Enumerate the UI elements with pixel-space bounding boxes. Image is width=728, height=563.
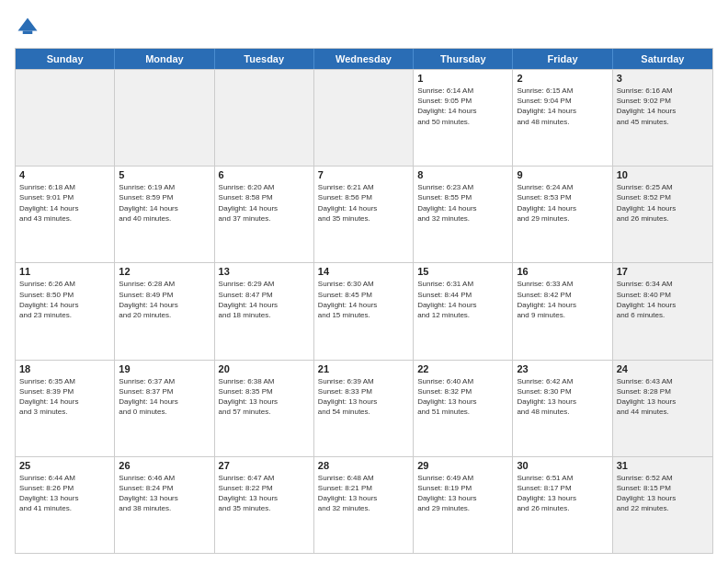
day-number: 13 (219, 266, 310, 277)
calendar-cell-27: 27Sunrise: 6:47 AM Sunset: 8:22 PM Dayli… (215, 457, 314, 553)
day-info: Sunrise: 6:30 AM Sunset: 8:45 PM Dayligh… (318, 279, 409, 320)
calendar-cell-3: 3Sunrise: 6:16 AM Sunset: 9:02 PM Daylig… (613, 70, 712, 166)
day-number: 3 (617, 73, 709, 84)
calendar-cell-2: 2Sunrise: 6:15 AM Sunset: 9:04 PM Daylig… (513, 70, 612, 166)
day-info: Sunrise: 6:25 AM Sunset: 8:52 PM Dayligh… (617, 182, 709, 224)
day-info: Sunrise: 6:42 AM Sunset: 8:30 PM Dayligh… (517, 376, 608, 418)
day-info: Sunrise: 6:19 AM Sunset: 8:59 PM Dayligh… (119, 182, 210, 224)
day-number: 12 (119, 266, 210, 277)
day-number: 9 (517, 169, 608, 180)
day-number: 8 (417, 169, 508, 180)
calendar-header-row: SundayMondayTuesdayWednesdayThursdayFrid… (16, 49, 712, 69)
calendar-cell-31: 31Sunrise: 6:52 AM Sunset: 8:15 PM Dayli… (613, 457, 712, 553)
day-number: 28 (318, 460, 409, 471)
calendar: SundayMondayTuesdayWednesdayThursdayFrid… (15, 48, 713, 554)
day-number: 22 (417, 363, 508, 374)
svg-marker-0 (18, 18, 38, 31)
day-info: Sunrise: 6:43 AM Sunset: 8:28 PM Dayligh… (617, 376, 709, 418)
day-info: Sunrise: 6:49 AM Sunset: 8:19 PM Dayligh… (417, 473, 508, 514)
calendar-body: 1Sunrise: 6:14 AM Sunset: 9:05 PM Daylig… (16, 69, 712, 553)
logo (15, 15, 44, 40)
day-number: 31 (617, 460, 709, 471)
calendar-cell-15: 15Sunrise: 6:31 AM Sunset: 8:44 PM Dayli… (414, 263, 513, 359)
calendar-cell-9: 9Sunrise: 6:24 AM Sunset: 8:53 PM Daylig… (513, 167, 612, 262)
calendar-cell-25: 25Sunrise: 6:44 AM Sunset: 8:26 PM Dayli… (16, 457, 115, 553)
day-number: 27 (219, 460, 310, 471)
calendar-week-3: 11Sunrise: 6:26 AM Sunset: 8:50 PM Dayli… (16, 262, 712, 359)
calendar-cell-18: 18Sunrise: 6:35 AM Sunset: 8:39 PM Dayli… (16, 361, 115, 456)
day-info: Sunrise: 6:20 AM Sunset: 8:58 PM Dayligh… (219, 182, 310, 224)
day-number: 20 (219, 363, 310, 374)
day-info: Sunrise: 6:35 AM Sunset: 8:39 PM Dayligh… (19, 376, 110, 418)
calendar-cell-24: 24Sunrise: 6:43 AM Sunset: 8:28 PM Dayli… (613, 361, 712, 456)
calendar-week-1: 1Sunrise: 6:14 AM Sunset: 9:05 PM Daylig… (16, 69, 712, 166)
calendar-cell-empty-0-3 (314, 70, 414, 166)
day-number: 18 (19, 363, 110, 374)
day-info: Sunrise: 6:38 AM Sunset: 8:35 PM Dayligh… (219, 376, 310, 418)
day-info: Sunrise: 6:23 AM Sunset: 8:55 PM Dayligh… (417, 182, 508, 224)
header-day-sunday: Sunday (16, 49, 115, 69)
day-info: Sunrise: 6:18 AM Sunset: 9:01 PM Dayligh… (19, 182, 110, 224)
day-info: Sunrise: 6:44 AM Sunset: 8:26 PM Dayligh… (19, 473, 110, 514)
header-day-thursday: Thursday (414, 49, 513, 69)
day-number: 5 (119, 169, 210, 180)
day-number: 24 (617, 363, 709, 374)
day-number: 25 (19, 460, 110, 471)
day-info: Sunrise: 6:33 AM Sunset: 8:42 PM Dayligh… (517, 279, 608, 320)
day-info: Sunrise: 6:48 AM Sunset: 8:21 PM Dayligh… (318, 473, 409, 514)
day-info: Sunrise: 6:28 AM Sunset: 8:49 PM Dayligh… (119, 279, 210, 320)
calendar-cell-empty-0-2 (215, 70, 314, 166)
calendar-week-5: 25Sunrise: 6:44 AM Sunset: 8:26 PM Dayli… (16, 456, 712, 553)
day-info: Sunrise: 6:37 AM Sunset: 8:37 PM Dayligh… (119, 376, 210, 418)
day-info: Sunrise: 6:47 AM Sunset: 8:22 PM Dayligh… (219, 473, 310, 514)
calendar-cell-14: 14Sunrise: 6:30 AM Sunset: 8:45 PM Dayli… (314, 263, 414, 359)
day-number: 19 (119, 363, 210, 374)
calendar-cell-28: 28Sunrise: 6:48 AM Sunset: 8:21 PM Dayli… (314, 457, 414, 553)
day-number: 11 (19, 266, 110, 277)
header-day-saturday: Saturday (613, 49, 712, 69)
calendar-week-2: 4Sunrise: 6:18 AM Sunset: 9:01 PM Daylig… (16, 166, 712, 262)
day-number: 29 (417, 460, 508, 471)
calendar-cell-26: 26Sunrise: 6:46 AM Sunset: 8:24 PM Dayli… (115, 457, 214, 553)
day-number: 15 (417, 266, 508, 277)
day-number: 1 (417, 73, 508, 84)
calendar-cell-empty-0-0 (16, 70, 115, 166)
day-number: 30 (517, 460, 608, 471)
header-day-monday: Monday (115, 49, 214, 69)
calendar-cell-6: 6Sunrise: 6:20 AM Sunset: 8:58 PM Daylig… (215, 167, 314, 262)
calendar-cell-8: 8Sunrise: 6:23 AM Sunset: 8:55 PM Daylig… (414, 167, 513, 262)
calendar-cell-19: 19Sunrise: 6:37 AM Sunset: 8:37 PM Dayli… (115, 361, 214, 456)
day-info: Sunrise: 6:15 AM Sunset: 9:04 PM Dayligh… (517, 86, 608, 127)
calendar-cell-22: 22Sunrise: 6:40 AM Sunset: 8:32 PM Dayli… (414, 361, 513, 456)
calendar-cell-16: 16Sunrise: 6:33 AM Sunset: 8:42 PM Dayli… (513, 263, 612, 359)
day-info: Sunrise: 6:51 AM Sunset: 8:17 PM Dayligh… (517, 473, 608, 514)
day-info: Sunrise: 6:31 AM Sunset: 8:44 PM Dayligh… (417, 279, 508, 320)
day-number: 16 (517, 266, 608, 277)
day-number: 23 (517, 363, 608, 374)
calendar-cell-10: 10Sunrise: 6:25 AM Sunset: 8:52 PM Dayli… (613, 167, 712, 262)
day-info: Sunrise: 6:39 AM Sunset: 8:33 PM Dayligh… (318, 376, 409, 418)
logo-icon (15, 15, 40, 40)
header-day-wednesday: Wednesday (314, 49, 414, 69)
day-number: 7 (318, 169, 409, 180)
calendar-cell-1: 1Sunrise: 6:14 AM Sunset: 9:05 PM Daylig… (414, 70, 513, 166)
calendar-cell-7: 7Sunrise: 6:21 AM Sunset: 8:56 PM Daylig… (314, 167, 414, 262)
day-number: 21 (318, 363, 409, 374)
day-number: 2 (517, 73, 608, 84)
day-number: 10 (617, 169, 709, 180)
day-number: 26 (119, 460, 210, 471)
day-number: 4 (19, 169, 110, 180)
day-info: Sunrise: 6:46 AM Sunset: 8:24 PM Dayligh… (119, 473, 210, 514)
day-info: Sunrise: 6:24 AM Sunset: 8:53 PM Dayligh… (517, 182, 608, 224)
day-number: 6 (219, 169, 310, 180)
calendar-cell-4: 4Sunrise: 6:18 AM Sunset: 9:01 PM Daylig… (16, 167, 115, 262)
day-info: Sunrise: 6:21 AM Sunset: 8:56 PM Dayligh… (318, 182, 409, 224)
svg-rect-1 (23, 31, 33, 35)
calendar-cell-12: 12Sunrise: 6:28 AM Sunset: 8:49 PM Dayli… (115, 263, 214, 359)
calendar-cell-13: 13Sunrise: 6:29 AM Sunset: 8:47 PM Dayli… (215, 263, 314, 359)
page: SundayMondayTuesdayWednesdayThursdayFrid… (0, 0, 728, 563)
calendar-cell-17: 17Sunrise: 6:34 AM Sunset: 8:40 PM Dayli… (613, 263, 712, 359)
day-info: Sunrise: 6:40 AM Sunset: 8:32 PM Dayligh… (417, 376, 508, 418)
header-day-friday: Friday (513, 49, 612, 69)
day-info: Sunrise: 6:52 AM Sunset: 8:15 PM Dayligh… (617, 473, 709, 514)
